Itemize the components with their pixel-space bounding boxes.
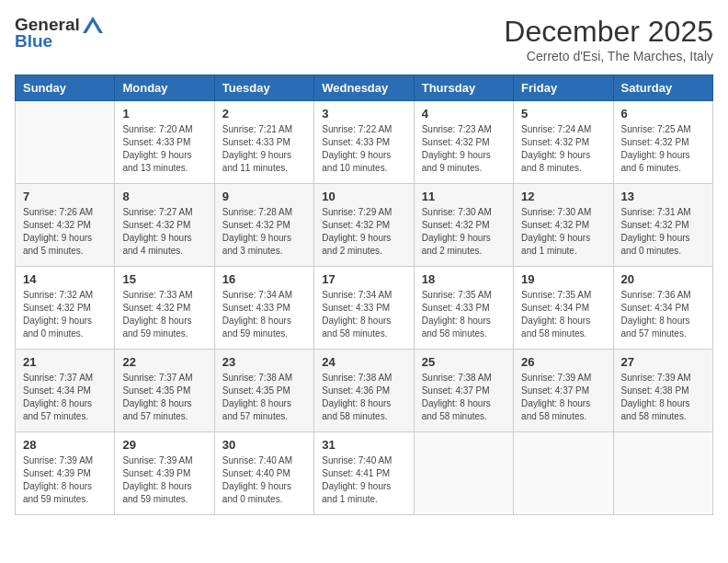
calendar-cell: 10Sunrise: 7:29 AMSunset: 4:32 PMDayligh…	[314, 184, 414, 267]
calendar-cell: 21Sunrise: 7:37 AMSunset: 4:34 PMDayligh…	[16, 350, 115, 432]
calendar-cell: 31Sunrise: 7:40 AMSunset: 4:41 PMDayligh…	[314, 432, 414, 515]
day-number: 12	[521, 190, 605, 203]
location-title: Cerreto d'Esi, The Marches, Italy	[504, 49, 713, 63]
day-number: 7	[23, 190, 107, 203]
day-info: Sunrise: 7:39 AMSunset: 4:39 PMDaylight:…	[23, 454, 107, 506]
calendar-cell: 1Sunrise: 7:20 AMSunset: 4:33 PMDaylight…	[115, 101, 214, 184]
day-number: 29	[122, 438, 206, 452]
calendar-cell	[16, 101, 115, 184]
calendar-cell: 11Sunrise: 7:30 AMSunset: 4:32 PMDayligh…	[414, 184, 513, 267]
calendar-cell: 22Sunrise: 7:37 AMSunset: 4:35 PMDayligh…	[115, 350, 214, 432]
day-number: 5	[521, 107, 605, 121]
day-info: Sunrise: 7:40 AMSunset: 4:41 PMDaylight:…	[322, 454, 405, 506]
day-info: Sunrise: 7:30 AMSunset: 4:32 PMDaylight:…	[422, 206, 506, 258]
calendar-cell: 9Sunrise: 7:28 AMSunset: 4:32 PMDaylight…	[214, 184, 313, 267]
calendar-cell: 15Sunrise: 7:33 AMSunset: 4:32 PMDayligh…	[115, 267, 214, 350]
day-number: 22	[122, 355, 206, 369]
day-info: Sunrise: 7:30 AMSunset: 4:32 PMDaylight:…	[521, 206, 605, 258]
day-info: Sunrise: 7:39 AMSunset: 4:39 PMDaylight:…	[122, 454, 206, 506]
day-number: 15	[122, 272, 206, 286]
page-header: General Blue December 2025 Cerreto d'Esi…	[15, 15, 713, 63]
day-number: 8	[122, 190, 206, 203]
calendar-cell: 7Sunrise: 7:26 AMSunset: 4:32 PMDaylight…	[16, 184, 115, 267]
calendar-cell: 6Sunrise: 7:25 AMSunset: 4:32 PMDaylight…	[613, 101, 712, 184]
calendar-cell: 14Sunrise: 7:32 AMSunset: 4:32 PMDayligh…	[16, 267, 115, 350]
day-info: Sunrise: 7:21 AMSunset: 4:33 PMDaylight:…	[222, 123, 306, 175]
day-info: Sunrise: 7:27 AMSunset: 4:32 PMDaylight:…	[122, 206, 206, 258]
logo: General Blue	[15, 15, 103, 52]
calendar-cell: 20Sunrise: 7:36 AMSunset: 4:34 PMDayligh…	[613, 267, 712, 350]
calendar-cell: 8Sunrise: 7:27 AMSunset: 4:32 PMDaylight…	[115, 184, 214, 267]
day-number: 13	[621, 190, 705, 203]
calendar-cell: 29Sunrise: 7:39 AMSunset: 4:39 PMDayligh…	[115, 432, 214, 515]
calendar-cell: 27Sunrise: 7:39 AMSunset: 4:38 PMDayligh…	[613, 350, 712, 432]
calendar-cell: 26Sunrise: 7:39 AMSunset: 4:37 PMDayligh…	[514, 350, 613, 432]
calendar-header-row: SundayMondayTuesdayWednesdayThursdayFrid…	[16, 75, 713, 101]
day-number: 31	[322, 438, 405, 452]
day-number: 21	[23, 355, 107, 369]
calendar-cell: 30Sunrise: 7:40 AMSunset: 4:40 PMDayligh…	[214, 432, 313, 515]
header-monday: Monday	[115, 75, 214, 101]
calendar-cell	[414, 432, 513, 515]
day-number: 9	[222, 190, 306, 203]
calendar-cell: 28Sunrise: 7:39 AMSunset: 4:39 PMDayligh…	[16, 432, 115, 515]
day-number: 17	[322, 272, 405, 286]
day-info: Sunrise: 7:28 AMSunset: 4:32 PMDaylight:…	[222, 206, 306, 258]
header-saturday: Saturday	[613, 75, 712, 101]
day-info: Sunrise: 7:37 AMSunset: 4:35 PMDaylight:…	[122, 372, 206, 423]
calendar-cell: 4Sunrise: 7:23 AMSunset: 4:32 PMDaylight…	[414, 101, 513, 184]
calendar-week-row: 14Sunrise: 7:32 AMSunset: 4:32 PMDayligh…	[16, 267, 713, 350]
day-info: Sunrise: 7:25 AMSunset: 4:32 PMDaylight:…	[621, 123, 705, 175]
day-number: 3	[322, 107, 405, 121]
day-info: Sunrise: 7:34 AMSunset: 4:33 PMDaylight:…	[322, 289, 405, 340]
calendar-week-row: 1Sunrise: 7:20 AMSunset: 4:33 PMDaylight…	[16, 101, 713, 184]
day-number: 18	[422, 272, 506, 286]
day-number: 27	[621, 355, 705, 369]
day-number: 26	[521, 355, 605, 369]
calendar-cell	[514, 432, 613, 515]
day-info: Sunrise: 7:20 AMSunset: 4:33 PMDaylight:…	[122, 123, 206, 175]
day-info: Sunrise: 7:22 AMSunset: 4:33 PMDaylight:…	[322, 123, 405, 175]
day-number: 28	[23, 438, 107, 452]
header-thursday: Thursday	[414, 75, 513, 101]
header-tuesday: Tuesday	[214, 75, 313, 101]
day-info: Sunrise: 7:34 AMSunset: 4:33 PMDaylight:…	[222, 289, 306, 340]
day-info: Sunrise: 7:26 AMSunset: 4:32 PMDaylight:…	[23, 206, 107, 258]
day-info: Sunrise: 7:23 AMSunset: 4:32 PMDaylight:…	[422, 123, 506, 175]
day-info: Sunrise: 7:37 AMSunset: 4:34 PMDaylight:…	[23, 372, 107, 423]
calendar-cell: 17Sunrise: 7:34 AMSunset: 4:33 PMDayligh…	[314, 267, 414, 350]
day-number: 1	[122, 107, 206, 121]
day-number: 14	[23, 272, 107, 286]
day-number: 11	[422, 190, 506, 203]
calendar-week-row: 28Sunrise: 7:39 AMSunset: 4:39 PMDayligh…	[16, 432, 713, 515]
day-info: Sunrise: 7:38 AMSunset: 4:35 PMDaylight:…	[222, 372, 306, 423]
header-wednesday: Wednesday	[314, 75, 414, 101]
calendar-cell: 19Sunrise: 7:35 AMSunset: 4:34 PMDayligh…	[514, 267, 613, 350]
day-info: Sunrise: 7:24 AMSunset: 4:32 PMDaylight:…	[521, 123, 605, 175]
calendar-cell: 2Sunrise: 7:21 AMSunset: 4:33 PMDaylight…	[214, 101, 313, 184]
calendar-week-row: 21Sunrise: 7:37 AMSunset: 4:34 PMDayligh…	[16, 350, 713, 432]
day-info: Sunrise: 7:29 AMSunset: 4:32 PMDaylight:…	[322, 206, 405, 258]
day-number: 6	[621, 107, 705, 121]
calendar-cell	[613, 432, 712, 515]
calendar-title-block: December 2025 Cerreto d'Esi, The Marches…	[504, 15, 713, 63]
day-info: Sunrise: 7:35 AMSunset: 4:33 PMDaylight:…	[422, 289, 506, 340]
day-info: Sunrise: 7:36 AMSunset: 4:34 PMDaylight:…	[621, 289, 705, 340]
logo-blue-text: Blue	[15, 31, 52, 52]
day-info: Sunrise: 7:38 AMSunset: 4:36 PMDaylight:…	[322, 372, 405, 423]
calendar-cell: 3Sunrise: 7:22 AMSunset: 4:33 PMDaylight…	[314, 101, 414, 184]
day-number: 25	[422, 355, 506, 369]
day-info: Sunrise: 7:38 AMSunset: 4:37 PMDaylight:…	[422, 372, 506, 423]
day-number: 2	[222, 107, 306, 121]
day-info: Sunrise: 7:32 AMSunset: 4:32 PMDaylight:…	[23, 289, 107, 340]
calendar-cell: 25Sunrise: 7:38 AMSunset: 4:37 PMDayligh…	[414, 350, 513, 432]
day-number: 30	[222, 438, 306, 452]
calendar-cell: 13Sunrise: 7:31 AMSunset: 4:32 PMDayligh…	[613, 184, 712, 267]
day-number: 20	[621, 272, 705, 286]
calendar-table: SundayMondayTuesdayWednesdayThursdayFrid…	[15, 75, 713, 515]
logo-icon	[83, 17, 103, 33]
day-info: Sunrise: 7:35 AMSunset: 4:34 PMDaylight:…	[521, 289, 605, 340]
day-number: 19	[521, 272, 605, 286]
header-friday: Friday	[514, 75, 613, 101]
day-number: 24	[322, 355, 405, 369]
